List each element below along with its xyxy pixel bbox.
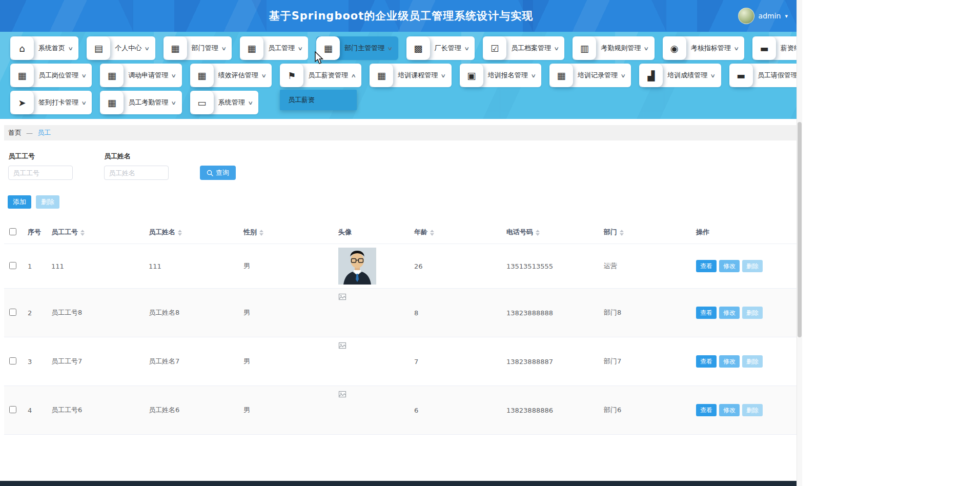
cell-department: 部门6: [599, 386, 691, 435]
view-button[interactable]: 查看: [696, 307, 717, 319]
chevron-down-icon: ∨: [81, 73, 87, 78]
nav-item-员工档案管理[interactable]: ☑ 员工档案管理 ∨: [483, 36, 564, 60]
cell-phone: 13823888887: [501, 337, 599, 386]
checklist-icon: ☑: [483, 36, 506, 60]
chevron-down-icon: ∨: [221, 46, 227, 51]
cell-gender: 男: [238, 337, 333, 386]
sort-icon[interactable]: [430, 230, 434, 236]
cell-actions: 查看修改删除: [691, 337, 798, 386]
nav-row-3: ➤ 签到打卡管理 ∨ ▦ 员工考勤管理 ∨ ▭ 系统管理 ∨: [10, 91, 792, 114]
chevron-down-icon: ∨: [297, 46, 303, 51]
employee-name-input[interactable]: [104, 166, 169, 180]
sort-icon[interactable]: [620, 230, 624, 236]
app-header: 基于Springboot的企业级员工管理系统设计与实现 admin ▾: [0, 0, 802, 32]
nav-item-员工薪资管理[interactable]: ⚑ 员工薪资管理 ∧ 员工薪资: [280, 64, 361, 87]
comment-icon: ▬: [729, 64, 753, 87]
nav-item-员工岗位管理[interactable]: ▦ 员工岗位管理 ∨: [10, 64, 92, 87]
notebook-icon: ▥: [573, 36, 596, 60]
nav-item-考勤规则管理[interactable]: ▥ 考勤规则管理 ∨: [573, 36, 654, 60]
delete-row-button[interactable]: 删除: [742, 307, 763, 319]
username: admin: [759, 12, 781, 20]
nav-item-培训成绩管理[interactable]: ▟ 培训成绩管理 ∨: [639, 64, 721, 87]
briefcase-icon: ▣: [460, 64, 483, 87]
nav-item-系统首页[interactable]: ⌂ 系统首页 ∨: [10, 36, 78, 60]
table-body: 1 111 111 男 26 13513513555 运营 查看修改删除 2 员…: [4, 244, 798, 435]
edit-button[interactable]: 修改: [719, 307, 740, 319]
row-checkbox[interactable]: [9, 309, 16, 316]
cell-employee-no: 员工工号6: [46, 386, 144, 435]
employee-no-input[interactable]: [8, 166, 73, 180]
row-checkbox[interactable]: [9, 406, 16, 413]
view-button[interactable]: 查看: [696, 404, 717, 416]
nav-item-个人中心[interactable]: ▤ 个人中心 ∨: [87, 36, 155, 60]
dropdown-item-员工薪资[interactable]: 员工薪资: [280, 90, 357, 110]
user-menu[interactable]: admin ▾: [738, 0, 788, 32]
view-button[interactable]: 查看: [696, 355, 717, 368]
chevron-down-icon: ∨: [387, 46, 393, 51]
edit-button[interactable]: 修改: [719, 355, 740, 368]
delete-row-button[interactable]: 删除: [742, 260, 763, 272]
table-header-row-tr: 序号员工工号员工姓名性别头像年龄电话号码部门操作: [4, 221, 798, 244]
employee-table: 序号员工工号员工姓名性别头像年龄电话号码部门操作 1 111 111 男 26 …: [4, 221, 798, 435]
sort-icon[interactable]: [178, 230, 182, 236]
nav-item-培训记录管理[interactable]: ▦ 培训记录管理 ∨: [549, 64, 631, 87]
cell-employee-name: 111: [144, 244, 238, 289]
monitor-icon: ▭: [190, 91, 214, 114]
nav-item-培训课程管理[interactable]: ▦ 培训课程管理 ∨: [370, 64, 451, 87]
grid-icon: ▦: [100, 64, 124, 87]
nav-item-部门主管管理[interactable]: ▦ 部门主管管理 ∨: [316, 36, 398, 60]
grid-icon: ▦: [164, 36, 187, 60]
nav-item-调动申请管理[interactable]: ▦ 调动申请管理 ∨: [100, 64, 181, 87]
broken-image-icon: [338, 390, 347, 399]
column-header-操作: 操作: [691, 221, 798, 244]
add-button[interactable]: 添加: [8, 195, 31, 209]
home-icon: ⌂: [10, 36, 34, 60]
nav-item-系统管理[interactable]: ▭ 系统管理 ∨: [190, 91, 258, 114]
nav-item-员工考勤管理[interactable]: ▦ 员工考勤管理 ∨: [100, 91, 181, 114]
employee-name-label: 员工姓名: [104, 152, 169, 161]
nav-item-培训报名管理[interactable]: ▣ 培训报名管理 ∨: [460, 64, 541, 87]
chevron-down-icon: ∨: [530, 73, 536, 78]
column-header-头像: 头像: [333, 221, 409, 244]
nav-item-员工管理[interactable]: ▦ 员工管理 ∨: [240, 36, 308, 60]
chevron-down-icon: ∨: [620, 73, 626, 78]
scrollbar-thumb[interactable]: [798, 122, 802, 337]
sort-icon[interactable]: [536, 230, 540, 236]
delete-row-button[interactable]: 删除: [742, 404, 763, 416]
nav-item-厂长管理[interactable]: ▩ 厂长管理 ∨: [406, 36, 475, 60]
delete-row-button[interactable]: 删除: [742, 355, 763, 368]
chevron-up-icon: ∧: [351, 73, 356, 78]
table-actions: 添加 删除: [8, 195, 802, 209]
column-header-部门: 部门: [599, 221, 691, 244]
cell-employee-no: 员工工号8: [46, 289, 144, 337]
edit-button[interactable]: 修改: [719, 260, 740, 272]
page-title: 基于Springboot的企业级员工管理系统设计与实现: [269, 9, 534, 23]
chevron-down-icon: ∨: [440, 73, 446, 78]
cell-employee-name: 员工姓名7: [144, 337, 238, 386]
breadcrumb-current[interactable]: 员工: [37, 128, 51, 137]
flag-icon: ⚑: [280, 64, 303, 87]
row-checkbox[interactable]: [9, 262, 16, 269]
delete-button[interactable]: 删除: [36, 195, 59, 209]
column-header-电话号码: 电话号码: [501, 221, 599, 244]
cell-gender: 男: [238, 244, 333, 289]
sort-icon[interactable]: [80, 230, 85, 236]
nav-item-薪资结构管理[interactable]: ▬ 薪资结构管理 ∨: [752, 36, 802, 60]
search-button[interactable]: 查询: [200, 166, 236, 180]
nav-item-绩效评估管理[interactable]: ▦ 绩效评估管理 ∨: [190, 64, 272, 87]
search-icon: [207, 170, 213, 176]
sort-icon[interactable]: [259, 230, 263, 236]
chevron-down-icon: ∨: [144, 46, 150, 51]
select-all-checkbox[interactable]: [9, 228, 16, 235]
view-button[interactable]: 查看: [696, 260, 717, 272]
row-checkbox[interactable]: [9, 357, 16, 364]
nav-item-员工请假管理[interactable]: ▬ 员工请假管理 ∨: [729, 64, 802, 87]
nav-item-考核指标管理[interactable]: ◉ 考核指标管理 ∨: [663, 36, 744, 60]
nav-item-签到打卡管理[interactable]: ➤ 签到打卡管理 ∨: [10, 91, 92, 114]
edit-button[interactable]: 修改: [719, 404, 740, 416]
avatar: [738, 8, 754, 24]
cell-index: 2: [23, 289, 46, 337]
main-nav: ⌂ 系统首页 ∨ ▤ 个人中心 ∨ ▦ 部门管理 ∨ ▦ 员工管理 ∨ ▦ 部门…: [0, 32, 802, 119]
cell-age: 26: [409, 244, 501, 289]
nav-item-部门管理[interactable]: ▦ 部门管理 ∨: [164, 36, 232, 60]
